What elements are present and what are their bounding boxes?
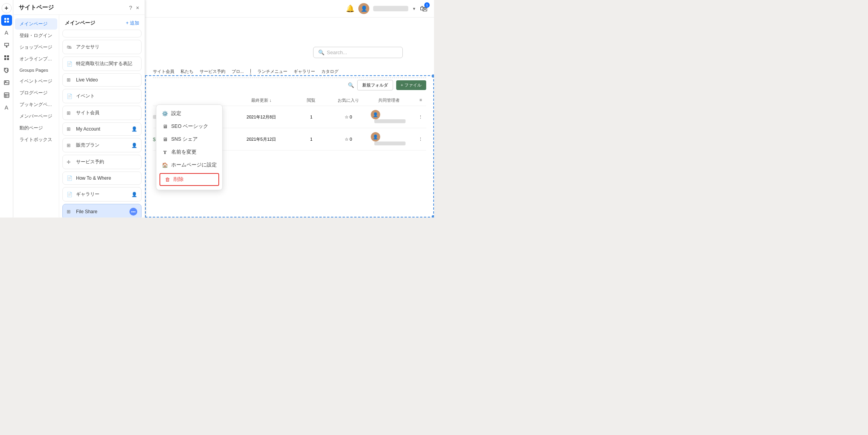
selection-handle-br[interactable] (432, 215, 434, 218)
nav-item-sitemember[interactable]: サイト会員 (153, 69, 174, 74)
sidebar-item-blog[interactable]: ブログページ (15, 87, 57, 99)
add-page-link[interactable]: + 追加 (126, 20, 139, 27)
sns-icon: 🖥 (162, 136, 168, 142)
user-avatar[interactable]: 👤 (358, 3, 369, 14)
gallery-icon: 📄 (67, 192, 73, 197)
context-menu-delete[interactable]: 🗑 削除 (159, 173, 219, 186)
col-admin: 共同管理者 (371, 97, 407, 103)
sidebar-item-shop[interactable]: ショップページ (15, 42, 57, 53)
file-date-1: 2021年12月8日 (234, 114, 289, 120)
page-item-myaccount[interactable]: ⊞ My Account 👤 (62, 122, 142, 136)
search-bar[interactable]: 🔍 Search... (313, 47, 403, 58)
nav-item-service[interactable]: サービス予約 (200, 69, 225, 74)
nav-item-blog[interactable]: ブロ... (232, 69, 244, 74)
help-button[interactable]: ? (129, 5, 132, 11)
panel-body: メインページ 登録・ログイン ショップページ オンラインプログラ... Grou… (13, 15, 145, 218)
image-icon[interactable] (1, 77, 12, 88)
table-icon[interactable] (1, 90, 12, 101)
file-admin-name-2 (374, 141, 406, 145)
context-menu-settings[interactable]: ⚙️ 設定 (156, 107, 222, 120)
page-item-service[interactable]: ✛ サービス予約 (62, 155, 142, 169)
page-list: メインページ + 追加 🛍 アクセサリ (59, 15, 145, 218)
file-fav-2[interactable]: ☆ 0 (345, 137, 352, 141)
panel-header-icons: ? × (129, 5, 139, 11)
svg-rect-2 (4, 21, 6, 23)
svg-rect-7 (4, 58, 6, 60)
vertical-toolbar: + A A (0, 0, 13, 218)
page-item-event[interactable]: 📄 イベント (62, 89, 142, 103)
store-icon[interactable]: A (1, 102, 12, 113)
page-list-title: メインページ (65, 19, 95, 27)
page-item-sitemember[interactable]: ⊞ サイト会員 (62, 106, 142, 120)
new-folder-button[interactable]: 新規フォルダ (357, 80, 393, 90)
pages-icon[interactable] (1, 15, 12, 26)
sidebar-item-booking[interactable]: ブッキングページ (15, 99, 57, 110)
sidebar-item-lightbox[interactable]: ライトボックス (15, 134, 57, 145)
bell-icon[interactable]: 🔔 (346, 4, 354, 13)
page-item-plan[interactable]: ⊞ 販売プラン 👤 (62, 138, 142, 152)
col-more: ≡ (415, 97, 426, 103)
shop-icon: 🛍 (67, 44, 73, 50)
paint-icon[interactable] (1, 40, 12, 51)
multi-icon: ⊞ (67, 77, 73, 83)
text-icon[interactable]: A (1, 27, 12, 38)
svg-rect-8 (7, 58, 9, 60)
sidebar-item-register[interactable]: 登録・ログイン (15, 30, 57, 41)
home-icon: 🏠 (162, 162, 168, 168)
nav-divider: | (250, 68, 251, 74)
member-multi-icon: ⊞ (67, 110, 73, 116)
context-menu-sethome[interactable]: 🏠 ホームページに設定 (156, 159, 222, 172)
file-fav-1[interactable]: ☆ 0 (345, 115, 352, 119)
preview-search-icon: 🔍 (318, 50, 324, 55)
sidebar-item-events[interactable]: イベントページ (15, 76, 57, 87)
nav-item-gallery[interactable]: ギャラリー (294, 69, 315, 74)
context-menu-rename[interactable]: T 名前を変更 (156, 146, 222, 159)
file-share-actions: 🔍 新規フォルダ + ファイル (153, 80, 426, 90)
add-button[interactable]: + (2, 3, 12, 13)
dollar-icon: $ (153, 136, 156, 142)
plan-member-badge: 👤 (131, 143, 137, 148)
plan-icon: ⊞ (67, 143, 73, 148)
add-file-button[interactable]: + ファイル (396, 80, 426, 90)
member-badge: 👤 (131, 126, 137, 132)
grid-icon[interactable] (1, 52, 12, 63)
cart-icon[interactable]: 🛍 1 (420, 4, 428, 13)
file-more-2[interactable]: ⋮ (415, 137, 426, 142)
page-item-legal[interactable]: 📄 特定商取引法に関する表記 (62, 57, 142, 71)
svg-rect-11 (4, 93, 9, 97)
col-date: 最終更新 ↓ (234, 97, 289, 103)
puzzle-icon[interactable] (1, 65, 12, 76)
nav-item-catalog[interactable]: カタログ (321, 69, 338, 74)
context-menu-seo[interactable]: 🖥 SEO ベーシック (156, 120, 222, 133)
sidebar-item-members[interactable]: メンバーページ (15, 111, 57, 122)
nav-item-watashitachi[interactable]: 私たち (181, 69, 193, 74)
page-item-blank[interactable] (62, 30, 142, 37)
sidebar-item-mainpage[interactable]: メインページ (15, 18, 57, 30)
settings-icon: ⚙️ (162, 111, 168, 117)
sidebar-item-online[interactable]: オンラインプログラ... (15, 53, 57, 65)
seo-icon: 🖥 (162, 124, 168, 129)
svg-rect-1 (7, 18, 9, 20)
page-item-livevideo[interactable]: ⊞ Live Video (62, 73, 142, 87)
page-item-howtowhere[interactable]: 📄 How To & Where (62, 172, 142, 185)
close-button[interactable]: × (136, 5, 139, 11)
fileshare-label: File Share (76, 209, 97, 214)
sidebar-item-groups[interactable]: Groups Pages (15, 65, 57, 75)
selection-handle-tr[interactable] (432, 74, 434, 78)
dropdown-arrow-icon[interactable]: ▼ (412, 7, 416, 11)
top-bar: 🔔 👤 ▼ 🛍 1 (145, 0, 434, 18)
svg-rect-5 (4, 55, 6, 57)
three-dots-button[interactable]: ••• (129, 208, 137, 216)
page-item-gallery[interactable]: 📄 ギャラリー 👤 (62, 187, 142, 202)
sidebar-item-dynamic[interactable]: 動的ページ (15, 122, 57, 134)
nav-item-lunch[interactable]: ランチメニュー (257, 69, 287, 74)
cart-badge: 1 (424, 2, 430, 8)
content-search-icon[interactable]: 🔍 (348, 82, 354, 88)
col-views: 閲覧 (297, 97, 326, 103)
context-menu: ⚙️ 設定 🖥 SEO ベーシック 🖥 SNS シェア T 名前を変更 🏠 ホー… (156, 104, 223, 190)
context-menu-sns[interactable]: 🖥 SNS シェア (156, 133, 222, 146)
page-item-accessory[interactable]: 🛍 アクセサリ (62, 40, 142, 54)
nav-list: メインページ 登録・ログイン ショップページ オンラインプログラ... Grou… (13, 15, 59, 218)
page-item-fileshare[interactable]: ⊞ File Share ••• (62, 204, 142, 218)
file-more-1[interactable]: ⋮ (415, 115, 426, 120)
